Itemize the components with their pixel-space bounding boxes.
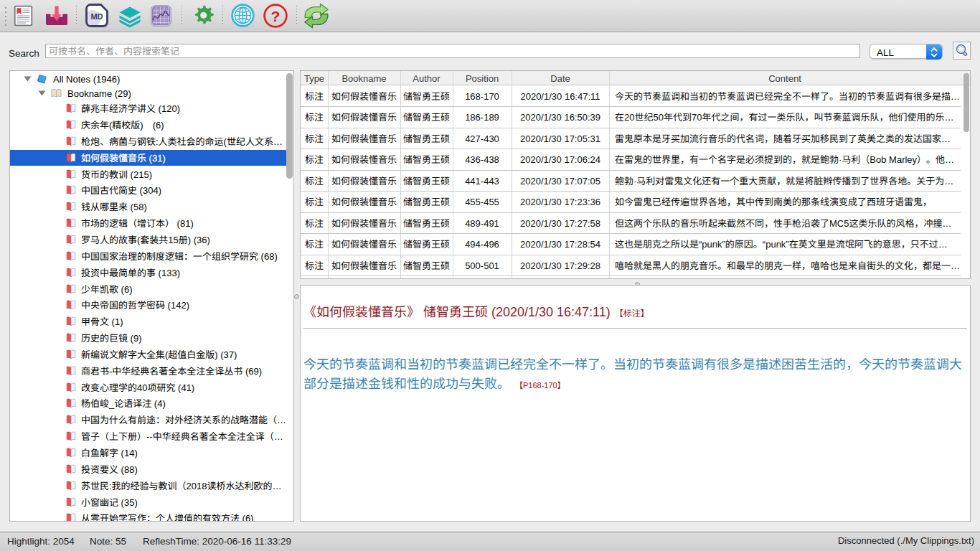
svg-text:?: ? (271, 8, 281, 24)
svg-text:MD: MD (90, 12, 103, 21)
